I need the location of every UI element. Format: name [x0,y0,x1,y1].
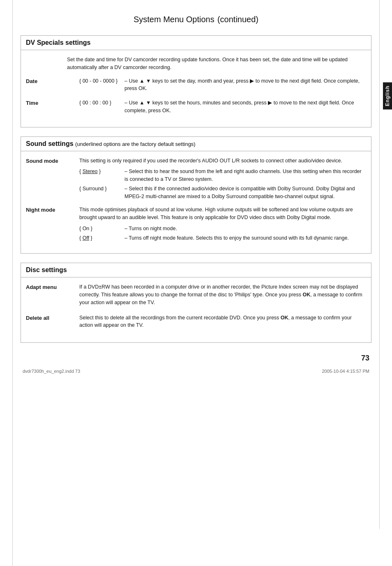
disc-settings-title: Disc settings [26,266,366,274]
off-option-desc: – Turns off night mode feature. Selects … [125,234,366,242]
delete-all-desc: Select this to delete all the recordings… [79,315,352,328]
sound-mode-intro: This setting is only required if you use… [79,157,366,165]
sound-mode-content: This setting is only required if you use… [79,157,366,202]
disc-settings-header: Disc settings [21,263,371,277]
date-desc: – Use ▲ ▼ keys to set the day, month and… [125,77,366,93]
left-margin-line [12,0,13,566]
off-option-row: { Off } – Turns off night mode feature. … [79,234,366,242]
stereo-option-desc: – Select this to hear the sound from the… [125,168,366,183]
page-wrapper: English System Menu Options (continued) … [0,0,392,566]
surround-option-key: { Surround } [79,185,125,201]
date-sub-row: { 00 - 00 - 0000 } – Use ▲ ▼ keys to set… [79,77,366,93]
date-content: { 00 - 00 - 0000 } – Use ▲ ▼ keys to set… [79,77,366,95]
sound-settings-title: Sound settings (underlined options are t… [26,140,366,148]
footer-file: dvdr7300h_eu_eng2.indd 73 [23,369,80,374]
time-label: Time [26,99,79,117]
time-value: { 00 : 00 : 00 } [79,99,125,115]
footer-date: 2005-10-04 4:15:57 PM [322,369,369,374]
sound-settings-header: Sound settings (underlined options are t… [21,137,371,151]
disc-settings-body: Adapt menu If a DVD±RW has been recorded… [21,277,371,342]
page-title-suffix: (continued) [217,15,258,24]
sound-settings-section: Sound settings (underlined options are t… [21,136,371,254]
sound-settings-subtitle: (underlined options are the factory defa… [75,141,196,147]
adapt-menu-row: Adapt menu If a DVD±RW has been recorded… [26,283,366,306]
date-row: Date { 00 - 00 - 0000 } – Use ▲ ▼ keys t… [26,77,366,95]
surround-option-row: { Surround } – Select this if the connec… [79,185,366,201]
night-mode-options: { On } – Turns on night mode. { Off } – … [79,225,366,242]
right-margin-line [379,0,380,529]
time-sub-row: { 00 : 00 : 00 } – Use ▲ ▼ keys to set t… [79,99,366,115]
page-footer: dvdr7300h_eu_eng2.indd 73 2005-10-04 4:1… [21,369,371,374]
off-option-key: { Off } [79,234,125,242]
sound-settings-title-main: Sound settings [26,140,74,147]
sound-mode-label: Sound mode [26,157,79,202]
sound-settings-subtitle-text: (underlined options are the factory defa… [75,141,196,147]
night-mode-intro: This mode optimises playback of sound at… [79,206,366,222]
stereo-option-row: { Stereo } – Select this to hear the sou… [79,168,366,183]
date-value: { 00 - 00 - 0000 } [79,77,125,93]
date-label: Date [26,77,79,95]
sound-mode-options: { Stereo } – Select this to hear the sou… [79,168,366,200]
delete-all-content: Select this to delete all the recordings… [79,314,366,330]
on-option-key: { On } [79,225,125,233]
page-title-main: System Menu Options [134,15,214,24]
night-mode-row: Night mode This mode optimises playback … [26,206,366,243]
dv-specials-section: DV Specials settings Set the date and ti… [21,35,371,127]
adapt-menu-label: Adapt menu [26,283,79,306]
time-desc: – Use ▲ ▼ keys to set the hours, minutes… [125,99,366,115]
dv-specials-intro: Set the date and time for DV camcorder r… [67,56,366,72]
sound-settings-body: Sound mode This setting is only required… [21,151,371,254]
on-option-row: { On } – Turns on night mode. [79,225,366,233]
stereo-option-key: { Stereo } [79,168,125,183]
dv-specials-header: DV Specials settings [21,36,371,50]
sound-mode-row: Sound mode This setting is only required… [26,157,366,202]
side-tab: English [383,82,392,109]
dv-specials-title: DV Specials settings [26,39,366,46]
page-title: System Menu Options (continued) [21,12,371,25]
time-content: { 00 : 00 : 00 } – Use ▲ ▼ keys to set t… [79,99,366,117]
time-row: Time { 00 : 00 : 00 } – Use ▲ ▼ keys to … [26,99,366,117]
night-mode-content: This mode optimises playback of sound at… [79,206,366,243]
dv-specials-body: Set the date and time for DV camcorder r… [21,50,371,127]
disc-settings-section: Disc settings Adapt menu If a DVD±RW has… [21,263,371,343]
night-mode-label: Night mode [26,206,79,243]
on-option-desc: – Turns on night mode. [125,225,366,233]
adapt-menu-content: If a DVD±RW has been recorded in a compu… [79,283,366,306]
page-number: 73 [361,354,371,363]
adapt-menu-desc: If a DVD±RW has been recorded in a compu… [79,284,362,305]
delete-all-row: Delete all Select this to delete all the… [26,314,366,330]
surround-option-desc: – Select this if the connected audio/vid… [125,185,366,201]
delete-all-label: Delete all [26,314,79,330]
